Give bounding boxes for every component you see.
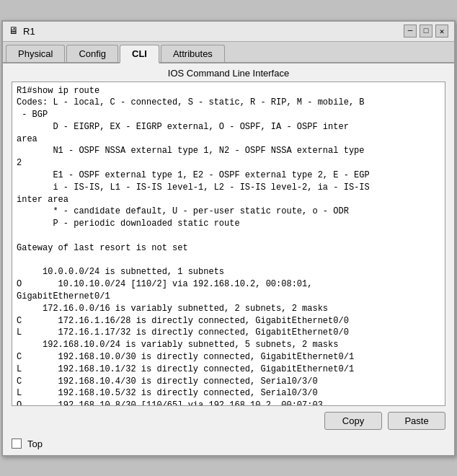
tab-config[interactable]: Config xyxy=(66,45,118,62)
cli-output[interactable]: R1#show ip route Codes: L - local, C - c… xyxy=(12,81,445,406)
maximize-button[interactable]: □ xyxy=(420,25,432,38)
router-icon: 🖥 xyxy=(9,25,19,37)
close-button[interactable]: ✕ xyxy=(435,25,448,38)
title-bar-left: 🖥 R1 xyxy=(9,25,35,37)
title-bar-controls: ─ □ ✕ xyxy=(404,25,448,38)
minimize-button[interactable]: ─ xyxy=(404,25,417,38)
main-window: 🖥 R1 ─ □ ✕ Physical Config CLI Attribute… xyxy=(1,20,456,457)
tab-physical[interactable]: Physical xyxy=(6,45,65,62)
title-bar: 🖥 R1 ─ □ ✕ xyxy=(3,22,454,42)
top-label: Top xyxy=(27,438,43,449)
button-row: Copy Paste xyxy=(3,406,454,436)
tab-attributes[interactable]: Attributes xyxy=(161,45,225,62)
window-title: R1 xyxy=(23,26,35,37)
tab-bar: Physical Config CLI Attributes xyxy=(3,42,454,63)
tab-cli[interactable]: CLI xyxy=(120,45,159,63)
paste-button[interactable]: Paste xyxy=(388,412,445,430)
section-title: IOS Command Line Interface xyxy=(3,63,454,81)
copy-button[interactable]: Copy xyxy=(324,412,382,430)
footer: Top xyxy=(3,436,454,455)
top-checkbox[interactable] xyxy=(12,438,22,449)
